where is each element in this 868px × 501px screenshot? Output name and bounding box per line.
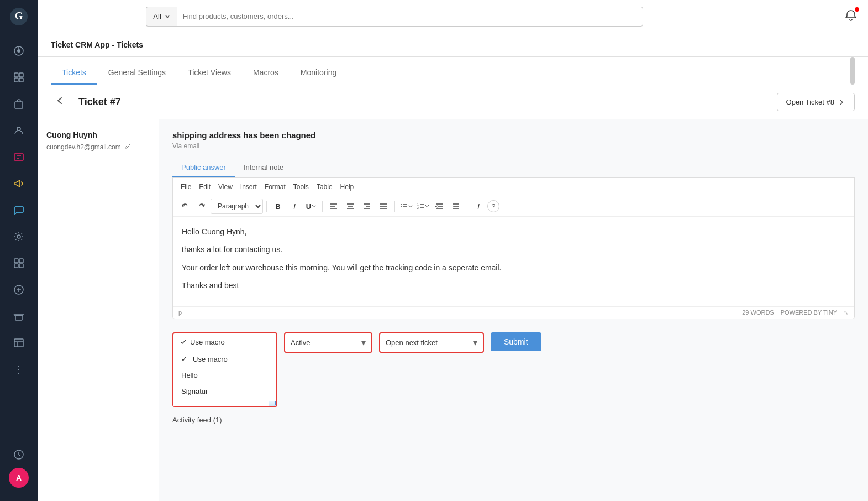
sidebar-item-add[interactable] bbox=[0, 276, 38, 303]
macro-option-use-macro-label: Use macro bbox=[193, 355, 228, 363]
tab-monitoring[interactable]: Monitoring bbox=[290, 61, 348, 85]
bag-icon bbox=[13, 98, 24, 109]
macro-option-signatur[interactable]: Signatur bbox=[173, 383, 276, 399]
macro-option-hello[interactable]: Hello bbox=[173, 367, 276, 383]
svg-rect-5 bbox=[14, 73, 18, 77]
sidebar-item-users[interactable] bbox=[0, 117, 38, 144]
sidebar-item-tickets[interactable] bbox=[0, 144, 38, 170]
menu-help[interactable]: Help bbox=[337, 181, 357, 192]
ticket-subject: shipping address has been chagned bbox=[172, 131, 855, 140]
italic-button[interactable]: I bbox=[287, 199, 302, 214]
tab-internal-note[interactable]: Internal note bbox=[235, 159, 292, 177]
menu-insert[interactable]: Insert bbox=[237, 181, 260, 192]
ticket-via: Via email bbox=[172, 142, 855, 150]
align-left-button[interactable] bbox=[326, 199, 341, 214]
breadcrumb-text: Ticket CRM App - Tickets bbox=[51, 40, 143, 49]
tab-public-answer[interactable]: Public answer bbox=[172, 159, 235, 177]
search-input[interactable] bbox=[183, 12, 638, 20]
open-next-ticket-button[interactable]: Open Ticket #8 bbox=[777, 93, 855, 111]
paragraph-select[interactable]: Paragraph bbox=[211, 199, 263, 214]
activity-feed[interactable]: Activity feed (1) bbox=[172, 411, 855, 429]
macro-scrollbar bbox=[269, 401, 276, 406]
sidebar-navigation: ⋮ bbox=[0, 33, 38, 441]
sidebar-item-more[interactable]: ⋮ bbox=[0, 356, 38, 383]
topbar-right bbox=[845, 9, 857, 24]
macro-trigger[interactable]: Use macro bbox=[173, 333, 276, 351]
editor-line-2: thanks a lot for contacting us. bbox=[182, 243, 845, 255]
next-ticket-select[interactable]: Open next ticket Stay on ticket Go to li… bbox=[380, 333, 473, 352]
resize-handle[interactable]: ⤡ bbox=[844, 309, 849, 316]
sidebar-item-dashboard[interactable] bbox=[0, 38, 38, 64]
notification-badge bbox=[855, 7, 859, 12]
ticket-body: Cuong Huynh cuongdev.h2@gmail.com shippi… bbox=[38, 119, 868, 501]
sidebar-item-table[interactable] bbox=[0, 330, 38, 356]
sidebar-item-chat[interactable] bbox=[0, 197, 38, 223]
macro-label: Use macro bbox=[190, 338, 225, 346]
submit-button[interactable]: Submit bbox=[491, 332, 541, 351]
outdent-button[interactable] bbox=[432, 199, 447, 214]
editor-content[interactable]: Hello Cuong Hynh, thanks a lot for conta… bbox=[173, 217, 854, 306]
search-container: All bbox=[146, 7, 643, 27]
menu-tools[interactable]: Tools bbox=[290, 181, 312, 192]
help-button[interactable]: ? bbox=[487, 200, 499, 212]
tab-macros[interactable]: Macros bbox=[242, 61, 290, 85]
sidebar-item-store[interactable] bbox=[0, 303, 38, 330]
menu-edit[interactable]: Edit bbox=[196, 181, 214, 192]
sidebar-item-settings[interactable] bbox=[0, 223, 38, 250]
bold-button[interactable]: B bbox=[270, 199, 286, 214]
sidebar-item-charts[interactable] bbox=[0, 64, 38, 91]
status-select[interactable]: Active Pending Solved Closed bbox=[285, 333, 361, 352]
align-left-icon bbox=[330, 202, 338, 210]
sidebar-item-blocks[interactable] bbox=[0, 250, 38, 276]
tickets-icon bbox=[13, 152, 24, 163]
svg-rect-9 bbox=[15, 102, 23, 108]
macro-option-hello-label: Hello bbox=[181, 371, 198, 379]
align-justify-button[interactable] bbox=[376, 199, 391, 214]
sidebar-item-marketing[interactable] bbox=[0, 170, 38, 197]
menu-table[interactable]: Table bbox=[313, 181, 336, 192]
toolbar-divider-1 bbox=[266, 201, 267, 212]
align-center-button[interactable] bbox=[343, 199, 358, 214]
unordered-list-button[interactable] bbox=[398, 199, 414, 214]
menu-view[interactable]: View bbox=[215, 181, 236, 192]
svg-point-3 bbox=[17, 49, 20, 53]
dashboard-icon bbox=[13, 45, 24, 56]
search-filter-label: All bbox=[153, 12, 161, 20]
tabs-bar: Tickets General Settings Ticket Views Ma… bbox=[38, 57, 868, 85]
indent-button[interactable] bbox=[448, 199, 464, 214]
notification-button[interactable] bbox=[845, 9, 857, 24]
italic2-button[interactable]: I bbox=[471, 199, 486, 214]
menu-format[interactable]: Format bbox=[261, 181, 289, 192]
align-right-button[interactable] bbox=[359, 199, 375, 214]
toolbar-divider-2 bbox=[322, 201, 323, 212]
sidebar-item-orders[interactable] bbox=[0, 91, 38, 117]
status-chevron-icon: ▾ bbox=[361, 337, 371, 348]
macro-option-use-macro[interactable]: Use macro bbox=[173, 351, 276, 367]
ticket-header: Ticket #7 Open Ticket #8 bbox=[38, 85, 868, 119]
redo-icon bbox=[198, 202, 206, 210]
highlight-dropdown-icon bbox=[312, 204, 316, 208]
redo-button[interactable] bbox=[194, 199, 209, 214]
tabs-scrollbar[interactable] bbox=[850, 57, 855, 85]
macro-check-icon bbox=[180, 338, 187, 345]
ordered-list-button[interactable]: 1. 2. bbox=[415, 199, 430, 214]
user-avatar[interactable]: A bbox=[9, 468, 29, 488]
menu-file[interactable]: File bbox=[177, 181, 194, 192]
tab-tickets[interactable]: Tickets bbox=[51, 61, 97, 85]
word-count: 29 WORDS bbox=[742, 309, 774, 316]
undo-icon bbox=[181, 202, 189, 210]
tab-ticket-views[interactable]: Ticket Views bbox=[177, 61, 242, 85]
svg-point-10 bbox=[17, 127, 20, 131]
undo-button[interactable] bbox=[177, 199, 193, 214]
macro-dropdown[interactable]: Use macro Use macro Hello Signatur bbox=[172, 332, 277, 407]
settings-icon bbox=[13, 231, 24, 242]
sidebar-item-history[interactable] bbox=[0, 441, 38, 468]
back-button[interactable] bbox=[51, 93, 70, 111]
logo-icon: G bbox=[9, 7, 29, 27]
sidebar-logo[interactable]: G bbox=[0, 0, 38, 33]
underline-button[interactable]: U bbox=[303, 199, 319, 214]
tab-general-settings[interactable]: General Settings bbox=[97, 61, 177, 85]
charts-icon bbox=[13, 72, 24, 83]
search-filter-button[interactable]: All bbox=[146, 7, 176, 27]
edit-customer-icon[interactable] bbox=[124, 143, 131, 151]
